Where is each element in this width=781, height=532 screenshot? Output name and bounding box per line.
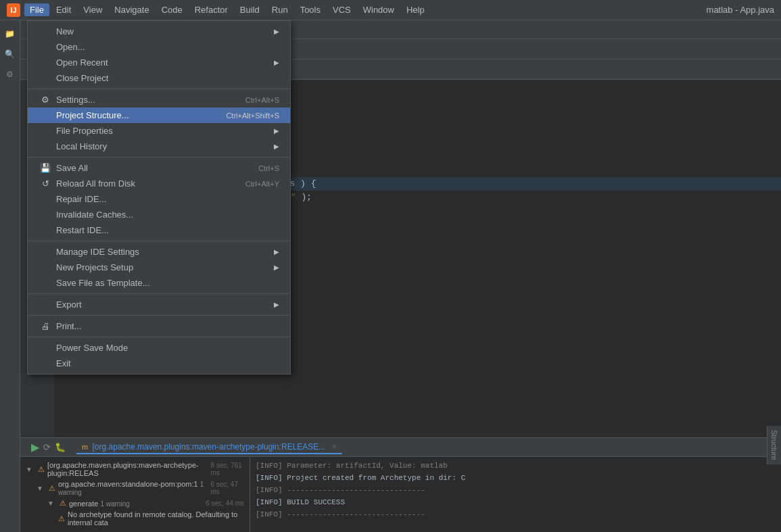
save-all-icon: 💾: [39, 163, 52, 173]
run-tree-time-0: 8 sec, 761 ms: [211, 462, 244, 477]
run-tree-label-1: org.apache.maven:standalone-pom:pom:1 1 …: [58, 480, 208, 496]
menu-item-save-all-label: Save All: [56, 163, 245, 173]
expand-icon-0[interactable]: ▼: [26, 466, 32, 473]
structure-panel-label[interactable]: Structure: [767, 426, 781, 464]
menu-item-open-recent[interactable]: Open Recent ▶: [28, 55, 290, 70]
sidebar-icon-2[interactable]: 🔍: [2, 46, 18, 62]
log-line-2: [INFO] -------------------------------: [256, 484, 776, 496]
run-tree-item-2[interactable]: ▼ ⚠ generate 1 warning 6 sec, 44 ms: [20, 498, 250, 509]
print-icon: 🖨: [39, 321, 52, 331]
divider-4: [28, 293, 290, 294]
bottom-tabs-bar: ▶ ⟳ 🐛 m [org.apache.maven.plugins:maven-…: [20, 438, 781, 457]
menu-view[interactable]: View: [78, 3, 108, 16]
settings-shortcut: Ctrl+Alt+S: [245, 96, 279, 104]
menu-item-new-projects-setup-label: New Projects Setup: [56, 262, 268, 272]
export-arrow-icon: ▶: [274, 301, 279, 308]
save-all-shortcut: Ctrl+S: [258, 164, 279, 172]
run-tree-label-3: No archetype found in remote catalog. De…: [68, 510, 244, 527]
menu-item-open-recent-label: Open Recent: [56, 57, 268, 68]
menu-run[interactable]: Run: [266, 3, 293, 16]
menu-item-print[interactable]: 🖨 Print...: [28, 318, 290, 334]
menu-item-local-history[interactable]: Local History ▶: [28, 139, 290, 154]
run-tree-label-2: generate 1 warning: [69, 500, 130, 508]
menu-item-manage-ide-label: Manage IDE Settings: [56, 247, 268, 257]
reload-disk-icon: ↺: [39, 178, 52, 189]
menu-item-save-as-template[interactable]: Save File as Template...: [28, 275, 290, 291]
menu-code[interactable]: Code: [156, 3, 188, 16]
menu-item-new[interactable]: New ▶: [28, 24, 290, 39]
menu-item-power-save[interactable]: Power Save Mode: [28, 340, 290, 356]
run-tree-item-0[interactable]: ▼ ⚠ [org.apache.maven.plugins:maven-arch…: [20, 460, 250, 479]
menu-item-local-history-label: Local History: [56, 141, 268, 151]
menu-item-restart-ide[interactable]: Restart IDE...: [28, 222, 290, 238]
menu-item-settings-label: Settings...: [56, 95, 232, 105]
menu-item-manage-ide[interactable]: Manage IDE Settings ▶: [28, 244, 290, 260]
menu-item-reload-disk[interactable]: ↺ Reload All from Disk Ctrl+Alt+Y: [28, 176, 290, 191]
sidebar-project-icon[interactable]: 📁: [2, 26, 18, 42]
menu-item-project-structure-label: Project Structure...: [56, 110, 212, 120]
reload-disk-shortcut: Ctrl+Alt+Y: [245, 180, 279, 188]
menu-item-new-projects-setup[interactable]: New Projects Setup ▶: [28, 260, 290, 275]
log-line-4: [INFO] -------------------------------: [256, 508, 776, 521]
menu-item-open-label: Open...: [56, 42, 279, 52]
file-properties-arrow-icon: ▶: [274, 127, 279, 135]
menu-item-open[interactable]: Open...: [28, 39, 290, 55]
menu-item-invalidate-caches-label: Invalidate Caches...: [56, 210, 279, 220]
warn-icon-2: ⚠: [60, 499, 66, 508]
menu-item-close-project[interactable]: Close Project: [28, 70, 290, 86]
menu-tools[interactable]: Tools: [295, 3, 326, 16]
menu-item-project-structure[interactable]: Project Structure... Ctrl+Alt+Shift+S: [28, 107, 290, 123]
run-tree-label-0: [org.apache.maven.plugins:maven-archetyp…: [47, 461, 208, 477]
warn-icon-0: ⚠: [38, 465, 45, 474]
menu-item-export[interactable]: Export ▶: [28, 297, 290, 312]
menu-item-reload-disk-label: Reload All from Disk: [56, 178, 232, 189]
code-end-9: );: [296, 191, 312, 204]
menu-item-repair-ide[interactable]: Repair IDE...: [28, 191, 290, 207]
warn-icon-3: ⚠: [58, 514, 65, 523]
run-tree-time-2: 6 sec, 44 ms: [206, 500, 244, 507]
menu-build[interactable]: Build: [235, 3, 265, 16]
run-debug-button[interactable]: 🐛: [55, 442, 66, 452]
divider-6: [28, 337, 290, 337]
run-tree-item-1[interactable]: ▼ ⚠ org.apache.maven:standalone-pom:pom:…: [20, 479, 250, 498]
open-recent-arrow-icon: ▶: [274, 59, 279, 66]
sidebar-icon-3[interactable]: ⚙: [2, 66, 18, 82]
run-play-button[interactable]: ▶: [31, 441, 39, 454]
divider-5: [28, 315, 290, 316]
log-line-3: [INFO] BUILD SUCCESS: [256, 496, 776, 508]
run-sidebar: ▼ ⚠ [org.apache.maven.plugins:maven-arch…: [20, 457, 250, 532]
run-tab-close[interactable]: ×: [332, 442, 337, 452]
menu-item-file-properties[interactable]: File Properties ▶: [28, 123, 290, 139]
menu-vcs[interactable]: VCS: [327, 3, 356, 16]
expand-icon-2[interactable]: ▼: [47, 500, 54, 507]
menu-item-restart-ide-label: Restart IDE...: [56, 225, 279, 235]
menu-item-export-label: Export: [56, 299, 268, 310]
menu-item-print-label: Print...: [56, 321, 279, 331]
run-tab-xml-icon: m: [82, 443, 88, 451]
menu-item-repair-ide-label: Repair IDE...: [56, 194, 279, 204]
bottom-tab-run[interactable]: m [org.apache.maven.plugins:maven-archet…: [76, 441, 342, 454]
menu-item-exit[interactable]: Exit: [28, 356, 290, 371]
menu-help[interactable]: Help: [401, 3, 430, 16]
menu-edit[interactable]: Edit: [51, 3, 76, 16]
menu-refactor[interactable]: Refactor: [189, 3, 233, 16]
run-controls: ▶ ⟳ 🐛: [26, 441, 71, 454]
menu-item-invalidate-caches[interactable]: Invalidate Caches...: [28, 207, 290, 222]
menu-item-new-label: New: [56, 26, 268, 37]
menu-file[interactable]: File: [24, 3, 49, 16]
menu-bar: File Edit View Navigate Code Refactor Bu…: [24, 3, 430, 16]
log-line-0: [INFO] Parameter: artifactId, Value: mat…: [256, 460, 776, 472]
file-dropdown-menu: New ▶ Open... Open Recent ▶ Close Projec…: [27, 20, 291, 374]
app-logo: IJ: [7, 3, 20, 17]
new-arrow-icon: ▶: [274, 28, 279, 35]
run-tree-time-1: 6 sec, 47 ms: [210, 481, 244, 495]
divider-3: [28, 241, 290, 241]
log-line-1: [INFO] Project created from Archetype in…: [256, 472, 776, 484]
menu-item-save-all[interactable]: 💾 Save All Ctrl+S: [28, 160, 290, 176]
run-stop-button[interactable]: ⟳: [43, 442, 51, 452]
menu-item-settings[interactable]: ⚙ Settings... Ctrl+Alt+S: [28, 92, 290, 107]
run-tree-item-3[interactable]: ⚠ No archetype found in remote catalog. …: [20, 509, 250, 528]
menu-window[interactable]: Window: [358, 3, 400, 16]
menu-navigate[interactable]: Navigate: [109, 3, 154, 16]
expand-icon-1[interactable]: ▼: [37, 485, 43, 492]
